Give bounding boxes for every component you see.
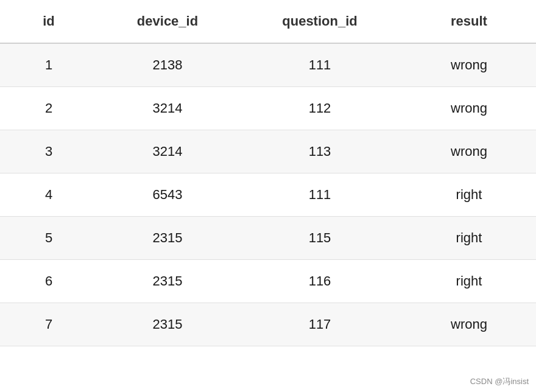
cell-result: wrong [402, 87, 536, 130]
cell-device_id: 3214 [97, 87, 238, 130]
cell-question_id: 111 [238, 43, 402, 87]
cell-question_id: 112 [238, 87, 402, 130]
cell-result: right [402, 260, 536, 303]
cell-question_id: 117 [238, 303, 402, 346]
column-header-id: id [0, 0, 97, 43]
cell-question_id: 116 [238, 260, 402, 303]
cell-device_id: 2315 [97, 217, 238, 260]
data-table: id device_id question_id result 12138111… [0, 0, 536, 346]
cell-id: 2 [0, 87, 97, 130]
cell-device_id: 2315 [97, 260, 238, 303]
table-row: 23214112wrong [0, 87, 536, 130]
table-row: 72315117wrong [0, 303, 536, 346]
cell-id: 1 [0, 43, 97, 87]
column-header-question-id: question_id [238, 0, 402, 43]
watermark: CSDN @冯insist [470, 376, 529, 387]
column-header-device-id: device_id [97, 0, 238, 43]
cell-device_id: 3214 [97, 130, 238, 173]
cell-result: wrong [402, 303, 536, 346]
cell-id: 3 [0, 130, 97, 173]
cell-id: 7 [0, 303, 97, 346]
cell-device_id: 2138 [97, 43, 238, 87]
table-row: 12138111wrong [0, 43, 536, 87]
cell-device_id: 2315 [97, 303, 238, 346]
cell-result: wrong [402, 130, 536, 173]
table-container: id device_id question_id result 12138111… [0, 0, 536, 392]
cell-result: right [402, 217, 536, 260]
cell-question_id: 113 [238, 130, 402, 173]
cell-question_id: 111 [238, 173, 402, 217]
table-header-row: id device_id question_id result [0, 0, 536, 43]
cell-result: right [402, 173, 536, 217]
cell-question_id: 115 [238, 217, 402, 260]
cell-id: 4 [0, 173, 97, 217]
cell-device_id: 6543 [97, 173, 238, 217]
column-header-result: result [402, 0, 536, 43]
cell-id: 5 [0, 217, 97, 260]
cell-id: 6 [0, 260, 97, 303]
table-row: 33214113wrong [0, 130, 536, 173]
table-row: 46543111right [0, 173, 536, 217]
cell-result: wrong [402, 43, 536, 87]
table-row: 62315116right [0, 260, 536, 303]
table-row: 52315115right [0, 217, 536, 260]
